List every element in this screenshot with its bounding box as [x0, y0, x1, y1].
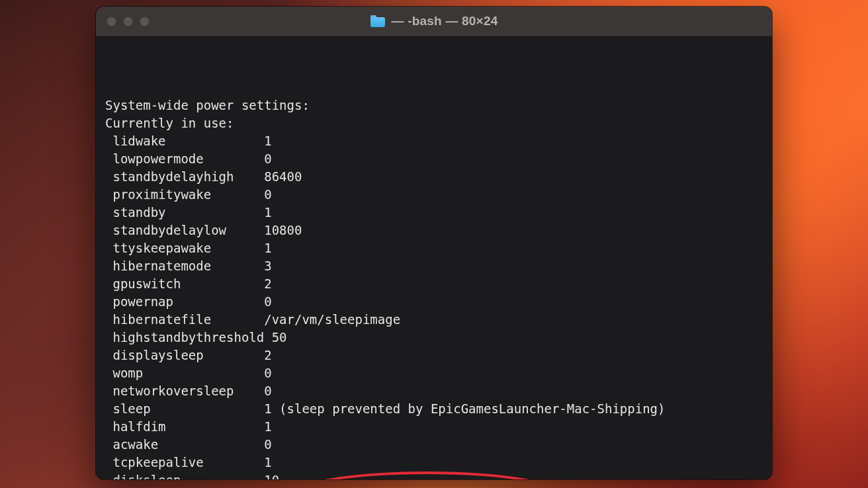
- setting-row-networkoversleep: networkoversleep 0: [105, 382, 763, 400]
- output-header: System-wide power settings:: [105, 97, 763, 114]
- setting-row-lidwake: lidwake 1: [105, 132, 763, 150]
- setting-row-standbydelayhigh: standbydelayhigh 86400: [105, 168, 763, 186]
- folder-icon: [370, 15, 385, 27]
- window-controls: [107, 17, 150, 26]
- desktop-wallpaper: — -bash — 80×24 System-wide power settin…: [0, 0, 868, 488]
- setting-row-hibernatefile: hibernatefile /var/vm/sleepimage: [105, 311, 763, 329]
- setting-row-hibernatemode: hibernatemode 3: [105, 257, 763, 275]
- setting-row-halfdim: halfdim 1: [105, 418, 763, 436]
- zoom-button[interactable]: [140, 17, 150, 26]
- setting-row-ttyskeepawake: ttyskeepawake 1: [105, 239, 763, 257]
- setting-row-powernap: powernap 0: [105, 293, 763, 311]
- minimize-button[interactable]: [123, 17, 133, 26]
- terminal-window[interactable]: — -bash — 80×24 System-wide power settin…: [96, 7, 772, 479]
- output-header: Currently in use:: [105, 114, 763, 132]
- window-titlebar[interactable]: — -bash — 80×24: [96, 7, 772, 36]
- setting-row-disksleep: disksleep 10: [105, 471, 763, 479]
- terminal-content[interactable]: System-wide power settings:Currently in …: [96, 36, 772, 479]
- setting-row-gpuswitch: gpuswitch 2: [105, 275, 763, 293]
- setting-row-highstandbythreshold: highstandbythreshold 50: [105, 329, 763, 346]
- window-title: — -bash — 80×24: [392, 14, 498, 28]
- setting-row-proximitywake: proximitywake 0: [105, 186, 763, 204]
- setting-row-standby: standby 1: [105, 204, 763, 222]
- setting-row-lowpowermode: lowpowermode 0: [105, 150, 763, 168]
- setting-row-displaysleep: displaysleep 2: [105, 346, 763, 364]
- setting-row-sleep: sleep 1 (sleep prevented by EpicGamesLau…: [105, 400, 763, 418]
- close-button[interactable]: [107, 17, 116, 26]
- setting-row-standbydelaylow: standbydelaylow 10800: [105, 222, 763, 239]
- setting-row-womp: womp 0: [105, 364, 763, 382]
- setting-row-tcpkeepalive: tcpkeepalive 1: [105, 454, 763, 471]
- setting-row-acwake: acwake 0: [105, 436, 763, 454]
